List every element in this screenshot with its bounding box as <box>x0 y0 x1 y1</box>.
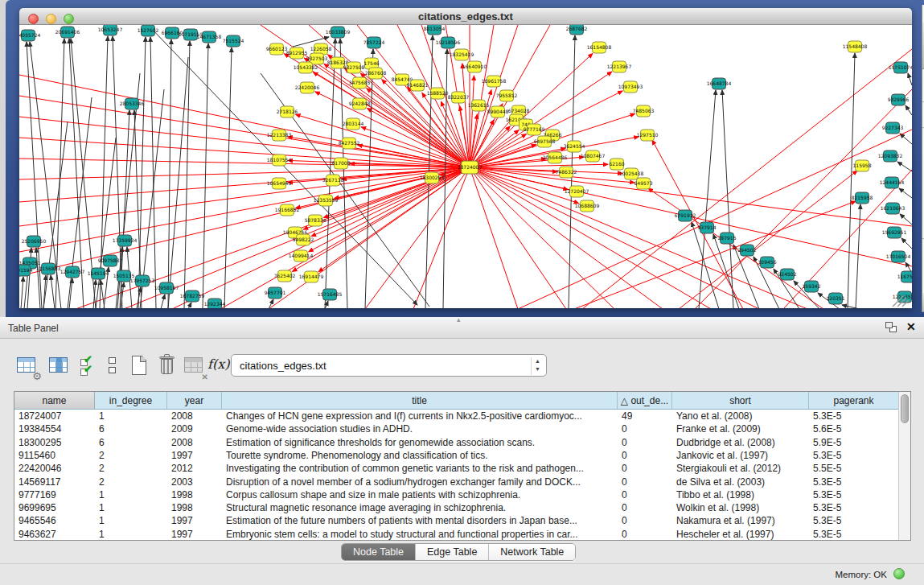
graph-node[interactable]: 10688609 <box>575 200 600 212</box>
graph-node[interactable]: 9242848 <box>349 98 371 109</box>
table-cell[interactable]: 0 <box>618 514 672 527</box>
graph-node[interactable]: 1588520 <box>427 88 449 99</box>
table-cell[interactable]: 1 <box>95 410 167 422</box>
graph-node[interactable]: 1297510 <box>637 130 659 141</box>
graph-node[interactable]: 1527602 <box>138 25 159 36</box>
table-cell[interactable]: 2008 <box>167 410 222 422</box>
table-cell[interactable]: 6 <box>95 422 167 435</box>
table-cell[interactable]: Stergiakouli et al. (2012) <box>672 462 809 475</box>
table-cell[interactable]: Tibbo et al. (1998) <box>672 488 809 501</box>
table-cell[interactable]: 9463627 <box>14 528 95 541</box>
graph-node[interactable]: 10654945 <box>267 178 292 189</box>
table-cell[interactable]: 49 <box>618 410 672 422</box>
graph-node[interactable]: 2687682 <box>566 25 588 35</box>
graph-node[interactable]: 1145194 <box>88 268 109 279</box>
graph-node[interactable]: 9227343 <box>882 122 904 134</box>
graph-node[interactable]: 20691406 <box>55 27 80 38</box>
table-cell[interactable]: 5.3E-5 <box>809 488 899 501</box>
graph-node[interactable]: 10543382 <box>294 62 318 73</box>
graph-node[interactable]: 937914 <box>698 222 717 233</box>
table-cell[interactable]: 5.3E-5 <box>809 528 899 541</box>
graph-node[interactable]: 817008 <box>332 158 351 169</box>
graph-node[interactable]: 12213967 <box>607 61 632 72</box>
table-cell[interactable]: 0 <box>618 528 672 541</box>
table-cell[interactable]: Wolkin et al. (1998) <box>672 501 809 514</box>
table-cell[interactable]: Estimation of the future numbers of pati… <box>222 514 618 527</box>
table-row[interactable]: 946362711997Embryonic stem cells: a mode… <box>14 528 899 541</box>
graph-node[interactable]: 16782759 <box>180 290 205 302</box>
table-cell[interactable]: 2008 <box>167 436 222 449</box>
graph-node[interactable]: 12720407 <box>565 186 589 197</box>
network-canvas[interactable]: 1405572420691406106532471527602696616010… <box>19 25 912 308</box>
delete-column-button[interactable] <box>154 353 180 379</box>
table-cell[interactable]: 0 <box>618 501 672 514</box>
graph-node[interactable]: 115958 <box>853 160 872 171</box>
table-cell[interactable]: 22420046 <box>14 462 95 475</box>
column-header-name[interactable]: name <box>14 392 95 410</box>
table-cell[interactable]: 5.3E-5 <box>809 514 899 527</box>
table-cell[interactable]: de Silva et al. (2003) <box>672 476 809 488</box>
tab-network-table[interactable]: Network Table <box>489 544 575 560</box>
column-header-in_degree[interactable]: in_degree <box>95 392 167 410</box>
graph-node[interactable]: 16914479 <box>299 271 324 282</box>
table-cell[interactable]: 0 <box>618 422 672 435</box>
table-cell[interactable]: 5.6E-5 <box>809 422 899 435</box>
graph-node[interactable]: 16640910 <box>462 61 487 72</box>
graph-node[interactable]: 2803144 <box>343 118 364 130</box>
scrollbar-thumb[interactable] <box>901 394 909 423</box>
table-cell[interactable]: 14569117 <box>14 476 95 488</box>
splitter-handle-icon[interactable]: ▴ <box>457 315 461 323</box>
table-cell[interactable]: 1998 <box>167 488 222 501</box>
table-cell[interactable]: Nakamura et al. (1997) <box>672 514 809 527</box>
graph-node[interactable]: 62160 <box>609 159 624 170</box>
graph-node[interactable]: 9660123 <box>266 43 288 55</box>
close-panel-icon[interactable]: ✕ <box>906 320 916 333</box>
graph-node[interactable]: 12444154 <box>880 177 905 188</box>
graph-node[interactable]: 28053346 <box>120 98 145 109</box>
graph-node[interactable]: 12093832 <box>878 150 903 162</box>
graph-node[interactable]: 14055724 <box>19 30 40 41</box>
table-row[interactable]: 946554611997Estimation of the future num… <box>14 514 899 527</box>
graph-node[interactable]: 159342 <box>803 281 821 292</box>
network-window-titlebar[interactable]: citations_edges.txt <box>19 8 912 25</box>
table-cell[interactable]: 9777169 <box>14 488 95 501</box>
graph-node[interactable]: 7485063 <box>633 105 655 117</box>
graph-node[interactable]: 1292344 <box>204 299 226 308</box>
graph-node[interactable]: 8990448 <box>487 106 509 117</box>
unselect-all-button[interactable] <box>100 353 125 379</box>
graph-node[interactable]: 12942757 <box>60 266 85 278</box>
table-cell[interactable]: Jankovic et al. (1997) <box>672 449 809 462</box>
graph-node[interactable]: 18325419 <box>450 49 474 60</box>
table-cell[interactable]: 2003 <box>167 476 222 488</box>
table-cell[interactable]: Hescheler et al. (1997) <box>672 528 809 541</box>
graph-node[interactable]: 2718126 <box>277 106 298 117</box>
graph-node[interactable]: 391594 <box>19 265 33 276</box>
table-cell[interactable]: 0 <box>618 488 672 501</box>
table-cell[interactable]: 0 <box>618 462 672 475</box>
function-builder-button[interactable]: f(x) <box>206 353 232 379</box>
graph-node[interactable]: 11548408 <box>843 41 868 52</box>
graph-node[interactable]: 17359934 <box>113 235 138 246</box>
graph-node[interactable]: 3624554 <box>564 141 585 152</box>
table-cell[interactable]: 5.3E-5 <box>809 501 899 514</box>
table-cell[interactable]: 2 <box>95 462 167 475</box>
table-cell[interactable]: Estimation of significance thresholds fo… <box>222 436 618 449</box>
graph-node[interactable]: 16961758 <box>482 76 507 87</box>
graph-node[interactable]: 14671358 <box>197 31 222 43</box>
graph-node[interactable]: 25206950 <box>22 236 47 247</box>
table-cell[interactable]: 9465546 <box>14 514 95 527</box>
column-header-year[interactable]: year <box>167 392 222 410</box>
table-cell[interactable]: 5.3E-5 <box>809 449 899 462</box>
table-cell[interactable]: Corpus callosum shape and size in male p… <box>222 488 618 501</box>
memory-status-indicator[interactable] <box>893 568 905 579</box>
table-cell[interactable]: Tourette syndrome. Phenomenology and cla… <box>222 449 618 462</box>
table-cell[interactable]: 1 <box>95 528 167 541</box>
graph-node[interactable]: 16210643 <box>881 203 906 214</box>
float-panel-icon[interactable] <box>885 322 897 333</box>
graph-node[interactable]: 19218596 <box>436 37 461 48</box>
graph-node[interactable]: 9457791 <box>265 287 286 299</box>
table-cell[interactable]: 1997 <box>167 528 222 541</box>
graph-node[interactable]: 287915 <box>718 233 737 244</box>
graph-node[interactable]: 9498222 <box>293 234 314 245</box>
graph-node[interactable]: 1167533 <box>897 271 912 282</box>
